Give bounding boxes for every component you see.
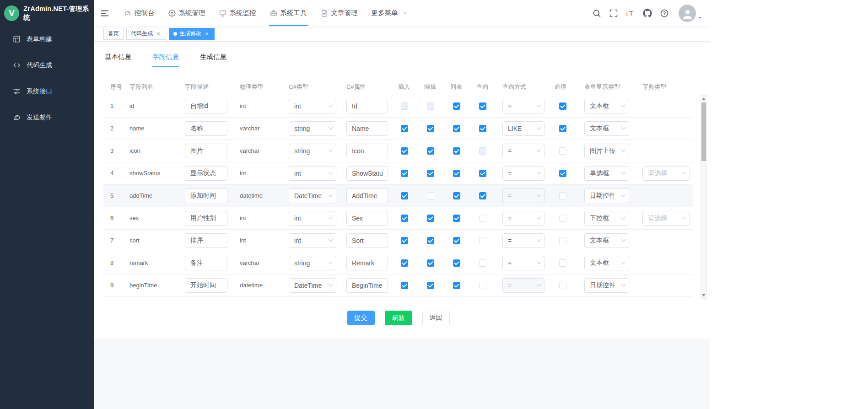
csharp-property-input[interactable] bbox=[346, 211, 388, 226]
query-method-select[interactable]: = bbox=[502, 256, 545, 270]
edit-checkbox[interactable] bbox=[427, 215, 434, 222]
query-method-select[interactable]: = bbox=[502, 144, 545, 158]
list-checkbox[interactable] bbox=[453, 147, 460, 155]
submit-button[interactable]: 提交 bbox=[347, 311, 375, 325]
csharp-type-select[interactable]: int bbox=[289, 166, 336, 181]
display-type-select[interactable]: 文本框 bbox=[584, 256, 629, 270]
display-type-select[interactable]: 日期控件 bbox=[584, 278, 629, 293]
list-checkbox[interactable] bbox=[453, 192, 460, 199]
list-checkbox[interactable] bbox=[453, 102, 460, 110]
csharp-type-select[interactable]: int bbox=[289, 233, 336, 248]
avatar[interactable] bbox=[679, 5, 702, 22]
edit-checkbox[interactable] bbox=[427, 147, 434, 155]
query-checkbox[interactable] bbox=[479, 237, 486, 244]
query-checkbox[interactable] bbox=[479, 192, 486, 199]
display-type-select[interactable]: 单选框 bbox=[584, 166, 629, 181]
query-checkbox[interactable] bbox=[479, 215, 486, 222]
sidebar-item-api[interactable]: 系统接口 bbox=[0, 78, 94, 104]
close-icon[interactable]: × bbox=[155, 31, 162, 37]
list-checkbox[interactable] bbox=[453, 170, 460, 177]
sidebar-item-code[interactable]: 代码生成 bbox=[0, 52, 94, 78]
nav-item-dashboard[interactable]: 控制台 bbox=[117, 0, 162, 26]
csharp-property-input[interactable] bbox=[346, 144, 388, 158]
dict-type-select[interactable]: 请选择 bbox=[642, 166, 690, 181]
hamburger-icon[interactable] bbox=[100, 8, 110, 18]
insert-checkbox[interactable] bbox=[401, 125, 408, 132]
required-checkbox[interactable] bbox=[559, 125, 566, 132]
required-checkbox[interactable] bbox=[559, 259, 566, 267]
nav-item-article[interactable]: 文章管理 bbox=[314, 0, 365, 26]
logo[interactable]: V ZrAdmin.NET-管理系统 bbox=[0, 0, 94, 26]
csharp-type-select[interactable]: DateTime bbox=[289, 278, 336, 293]
description-input[interactable] bbox=[185, 166, 227, 181]
search-icon[interactable] bbox=[592, 9, 601, 18]
fullscreen-icon[interactable] bbox=[609, 9, 618, 18]
insert-checkbox[interactable] bbox=[401, 237, 408, 244]
required-checkbox[interactable] bbox=[559, 215, 566, 222]
query-checkbox[interactable] bbox=[479, 170, 486, 177]
csharp-type-select[interactable]: int bbox=[289, 99, 336, 113]
display-type-select[interactable]: 文本框 bbox=[584, 233, 629, 248]
insert-checkbox[interactable] bbox=[401, 170, 408, 177]
tab-0[interactable]: 基本信息 bbox=[105, 53, 131, 67]
query-checkbox[interactable] bbox=[479, 125, 486, 132]
refresh-button[interactable]: 刷新 bbox=[385, 311, 412, 325]
tab-1[interactable]: 字段信息 bbox=[152, 53, 179, 67]
back-button[interactable]: 返回 bbox=[422, 311, 450, 325]
edit-checkbox[interactable] bbox=[427, 259, 434, 267]
scroll-down-icon[interactable] bbox=[702, 294, 706, 296]
required-checkbox[interactable] bbox=[559, 237, 566, 244]
edit-checkbox[interactable] bbox=[427, 237, 434, 244]
tag-tab[interactable]: 代码生成× bbox=[126, 28, 166, 40]
required-checkbox[interactable] bbox=[559, 147, 566, 155]
description-input[interactable] bbox=[185, 256, 227, 270]
insert-checkbox[interactable] bbox=[401, 147, 408, 155]
required-checkbox[interactable] bbox=[559, 102, 566, 110]
csharp-property-input[interactable] bbox=[346, 121, 388, 136]
display-type-select[interactable]: 文本框 bbox=[584, 99, 629, 113]
description-input[interactable] bbox=[185, 121, 227, 136]
tag-tab[interactable]: 生成修改× bbox=[169, 28, 215, 40]
edit-checkbox[interactable] bbox=[427, 282, 434, 289]
csharp-type-select[interactable]: DateTime bbox=[289, 188, 336, 203]
display-type-select[interactable]: 文本框 bbox=[584, 121, 629, 136]
query-method-select[interactable]: = bbox=[502, 233, 545, 248]
nav-item-monitor[interactable]: 系统监控 bbox=[212, 0, 263, 26]
csharp-type-select[interactable]: string bbox=[289, 121, 336, 136]
description-input[interactable] bbox=[185, 144, 227, 158]
required-checkbox[interactable] bbox=[559, 282, 566, 289]
query-checkbox[interactable] bbox=[479, 102, 486, 110]
insert-checkbox[interactable] bbox=[401, 282, 408, 289]
required-checkbox[interactable] bbox=[559, 192, 566, 199]
csharp-type-select[interactable]: int bbox=[289, 211, 336, 226]
csharp-type-select[interactable]: string bbox=[289, 144, 336, 158]
csharp-property-input[interactable] bbox=[346, 166, 388, 181]
edit-checkbox[interactable] bbox=[427, 125, 434, 132]
description-input[interactable] bbox=[185, 188, 227, 203]
display-type-select[interactable]: 图片上传 bbox=[584, 144, 629, 158]
nav-item-gear[interactable]: 系统管理 bbox=[162, 0, 212, 26]
list-checkbox[interactable] bbox=[453, 259, 460, 267]
csharp-property-input[interactable] bbox=[346, 278, 388, 293]
csharp-property-input[interactable] bbox=[346, 256, 388, 270]
tag-tab[interactable]: 首页 bbox=[103, 28, 124, 40]
sidebar-item-form-builder[interactable]: 表单构建 bbox=[0, 26, 94, 52]
list-checkbox[interactable] bbox=[453, 125, 460, 132]
font-size-icon[interactable]: tT bbox=[626, 9, 635, 18]
dict-type-select[interactable]: 请选择 bbox=[642, 211, 690, 226]
scroll-thumb[interactable] bbox=[701, 102, 706, 161]
required-checkbox[interactable] bbox=[559, 170, 566, 177]
description-input[interactable] bbox=[185, 99, 227, 113]
insert-checkbox[interactable] bbox=[401, 192, 408, 199]
query-method-select[interactable]: = bbox=[502, 211, 545, 226]
description-input[interactable] bbox=[185, 233, 227, 248]
tab-2[interactable]: 生成信息 bbox=[200, 53, 226, 67]
query-method-select[interactable]: = bbox=[502, 99, 545, 113]
query-checkbox[interactable] bbox=[479, 282, 486, 289]
query-method-select[interactable]: = bbox=[502, 166, 545, 181]
query-method-select[interactable]: = bbox=[502, 188, 545, 203]
scroll-up-icon[interactable] bbox=[702, 97, 706, 100]
list-checkbox[interactable] bbox=[453, 215, 460, 222]
query-method-select[interactable]: = bbox=[502, 278, 545, 293]
edit-checkbox[interactable] bbox=[427, 170, 434, 177]
